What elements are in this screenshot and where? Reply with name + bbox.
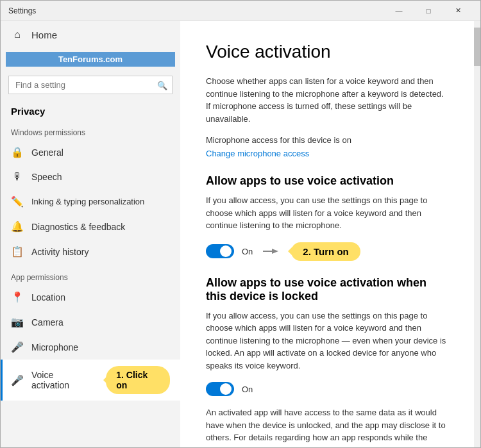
sidebar-item-activity[interactable]: 📋 Activity history: [1, 239, 180, 264]
section3-desc: An activated app will have access to the…: [206, 406, 448, 447]
app-permissions-label: App permissions: [1, 264, 180, 285]
main-content: Voice activation Choose whether apps can…: [180, 21, 474, 447]
sidebar-camera-label: Camera: [31, 317, 63, 328]
microphone-icon: 🎤: [11, 341, 24, 353]
section1-title: Allow apps to use voice activation: [206, 174, 448, 188]
privacy-title: Privacy: [1, 99, 180, 119]
camera-icon: 📷: [11, 316, 24, 328]
sidebar-item-home[interactable]: ⌂ Home: [1, 21, 180, 48]
title-bar: Settings — □ ✕: [1, 1, 480, 21]
toggle1-row: On 2. Turn on: [206, 242, 448, 261]
speech-icon: 🎙: [11, 171, 24, 183]
sidebar-general-label: General: [31, 147, 63, 158]
sidebar-diagnostics-label: Diagnostics & feedback: [31, 222, 125, 232]
diagnostics-icon: 🔔: [11, 220, 24, 233]
window-title: Settings: [8, 6, 384, 15]
sidebar-microphone-label: Microphone: [31, 342, 78, 353]
section1-desc: If you allow access, you can use the set…: [206, 194, 448, 232]
maximize-button[interactable]: □: [414, 1, 443, 21]
scrollbar-thumb[interactable]: [474, 28, 480, 66]
sidebar-item-location[interactable]: 📍 Location: [1, 285, 180, 310]
sidebar-item-diagnostics[interactable]: 🔔 Diagnostics & feedback: [1, 214, 180, 239]
voice-activation-toggle[interactable]: [206, 244, 234, 258]
sidebar-item-microphone[interactable]: 🎤 Microphone: [1, 335, 180, 360]
activity-icon: 📋: [11, 245, 24, 258]
window-controls: — □ ✕: [384, 1, 473, 21]
scrollbar-track[interactable]: [474, 21, 480, 447]
section2-desc: If you allow access, you can use the set…: [206, 310, 448, 372]
home-icon: ⌂: [11, 29, 24, 40]
arrow-icon: [263, 247, 278, 255]
page-title: Voice activation: [206, 42, 448, 62]
close-button[interactable]: ✕: [443, 1, 473, 21]
turn-on-callout: 2. Turn on: [291, 242, 360, 261]
main-description: Choose whether apps can listen for a voi…: [206, 75, 448, 125]
toggle1-label: On: [242, 247, 253, 256]
sidebar: ⌂ Home TenForums.com 🔍 Privacy Windows p…: [1, 21, 180, 447]
search-icon: 🔍: [157, 80, 167, 90]
watermark: TenForums.com: [6, 52, 175, 67]
sidebar-item-camera[interactable]: 📷 Camera: [1, 310, 180, 335]
sidebar-item-voice-activation[interactable]: 🎤 Voice activation 1. Click on: [1, 360, 180, 401]
sidebar-activity-label: Activity history: [31, 247, 89, 257]
sidebar-item-speech[interactable]: 🎙 Speech: [1, 165, 180, 189]
section2-title: Allow apps to use voice activation when …: [206, 276, 448, 303]
voice-activation-icon: 🎤: [11, 374, 24, 386]
location-icon: 📍: [11, 291, 24, 303]
change-microphone-link[interactable]: Change microphone access: [206, 149, 309, 158]
toggle2-row: On: [206, 382, 448, 396]
svg-marker-1: [272, 249, 278, 254]
click-on-callout: 1. Click on: [106, 366, 170, 394]
lock-icon: 🔒: [11, 146, 24, 158]
inking-icon: ✏️: [11, 195, 24, 208]
sidebar-inking-label: Inking & typing personalization: [31, 197, 144, 206]
sidebar-item-general[interactable]: 🔒 General: [1, 140, 180, 165]
search-box: 🔍: [8, 76, 173, 94]
sidebar-home-label: Home: [31, 29, 57, 40]
sidebar-location-label: Location: [31, 292, 65, 303]
locked-voice-toggle[interactable]: [206, 382, 234, 396]
microphone-status: Microphone access for this device is on: [206, 135, 448, 145]
sidebar-voice-label: Voice activation: [31, 370, 92, 390]
search-input[interactable]: [8, 76, 173, 94]
sidebar-speech-label: Speech: [31, 172, 62, 182]
windows-permissions-label: Windows permissions: [1, 119, 180, 140]
toggle2-label: On: [242, 385, 253, 394]
minimize-button[interactable]: —: [384, 1, 414, 21]
sidebar-item-inking[interactable]: ✏️ Inking & typing personalization: [1, 189, 180, 214]
